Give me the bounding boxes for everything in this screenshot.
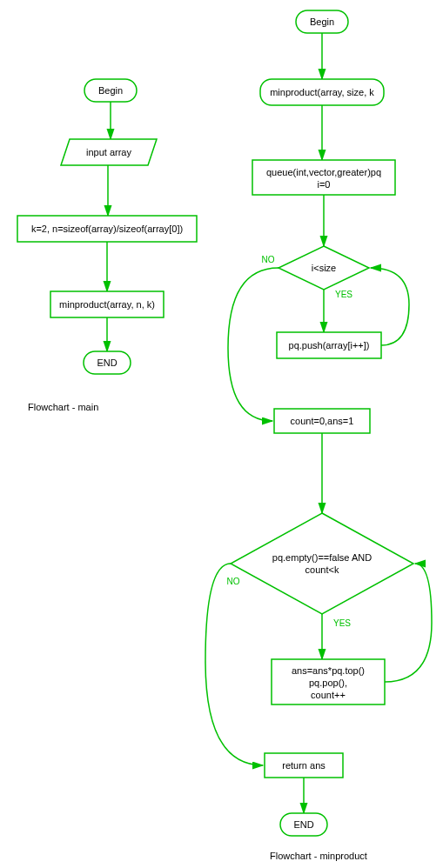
mp-end-label: END (293, 819, 313, 830)
main-call-node: minproduct(array, n, k) (50, 291, 164, 317)
mp-assign2-node: count=0,ans=1 (274, 409, 370, 433)
mp-end-node: END (280, 813, 327, 836)
mp-cond2-yes-label: YES (333, 618, 351, 628)
mp-cond2-label2: count<k (305, 564, 339, 575)
mp-queue-label1: queue(int,vector,greater)pq (266, 167, 381, 177)
mp-return-node: return ans (265, 753, 343, 778)
flowchart-main: Begin input array k=2, n=sizeof(array)/s… (17, 79, 197, 412)
mp-return-label: return ans (282, 760, 326, 771)
main-assign-label: k=2, n=sizeof(array)/sizeof(array[0]) (31, 224, 183, 234)
main-assign-node: k=2, n=sizeof(array)/sizeof(array[0]) (17, 216, 197, 242)
mp-body-label1: ans=ans*pq.top() (292, 665, 365, 676)
mp-cond2-no-label: NO (227, 577, 240, 586)
mp-assign2-label: count=0,ans=1 (291, 416, 354, 426)
mp-cond2-node: pq.empty()==false AND count<k (231, 513, 413, 614)
arrow-no2 (205, 564, 263, 765)
flowchart-minproduct: Begin minproduct(array, size, k queue(in… (205, 10, 432, 861)
arrow-no1 (228, 268, 279, 421)
mp-body-node: ans=ans*pq.top() pq.pop(), count++ (272, 659, 385, 704)
mp-call-node: minproduct(array, size, k (260, 79, 384, 105)
mp-begin-node: Begin (296, 10, 348, 33)
main-end-node: END (84, 351, 131, 374)
mp-queue-label2: i=0 (318, 179, 331, 190)
main-begin-label: Begin (98, 85, 123, 96)
mp-cond1-label: i<size (312, 263, 336, 273)
main-caption: Flowchart - main (28, 402, 98, 412)
main-begin-node: Begin (84, 79, 137, 102)
main-call-label: minproduct(array, n, k) (59, 299, 155, 310)
flowchart-svg: Begin input array k=2, n=sizeof(array)/s… (0, 0, 443, 868)
mp-body-label3: count++ (311, 690, 346, 700)
mp-cond1-yes-label: YES (335, 290, 352, 299)
main-input-node: input array (61, 139, 157, 165)
mp-cond2-label1: pq.empty()==false AND (272, 552, 372, 563)
mp-caption: Flowchart - minproduct (270, 851, 367, 861)
mp-begin-label: Begin (310, 17, 334, 27)
svg-rect-7 (252, 160, 395, 195)
mp-cond1-node: i<size (279, 246, 369, 290)
mp-push-label: pq.push(array[i++]) (289, 340, 370, 351)
mp-queue-node: queue(int,vector,greater)pq i=0 (252, 160, 395, 195)
mp-cond1-no-label: NO (262, 255, 275, 264)
mp-body-label2: pq.pop(), (309, 678, 347, 688)
main-end-label: END (97, 357, 117, 368)
mp-push-node: pq.push(array[i++]) (277, 332, 381, 358)
mp-call-label: minproduct(array, size, k (270, 87, 374, 97)
arrow-loop2 (385, 564, 432, 682)
main-input-label: input array (86, 147, 131, 157)
